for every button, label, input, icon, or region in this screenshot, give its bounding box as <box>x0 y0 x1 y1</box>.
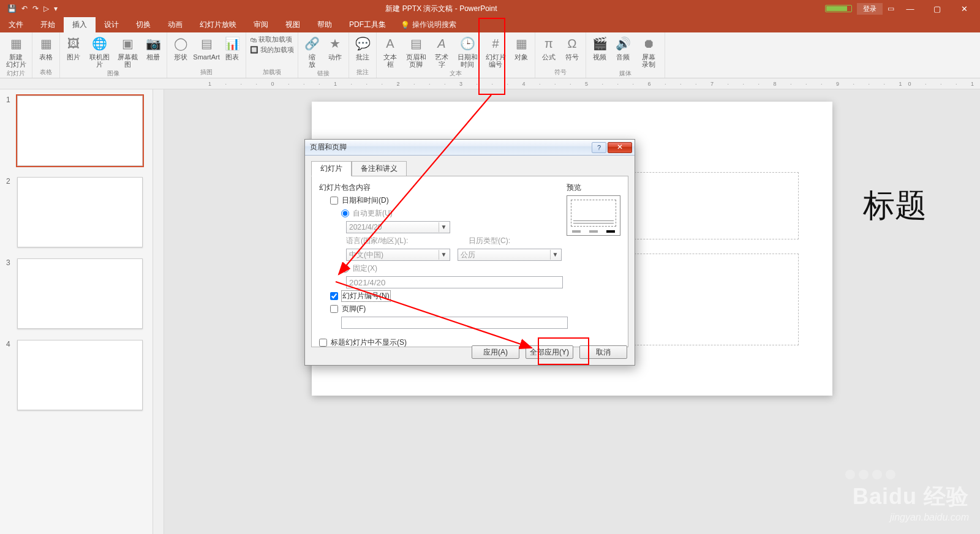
auto-update-label: 自动更新(U) <box>353 208 393 219</box>
object-button[interactable]: ▦对象 <box>511 35 531 61</box>
shapes-button[interactable]: ◯形状 <box>171 35 190 61</box>
fixed-row[interactable]: 固定(X) <box>319 263 620 274</box>
picture-label: 图片 <box>67 53 80 61</box>
tab-file[interactable]: 文件 <box>0 17 32 32</box>
slide-thumb-3[interactable] <box>17 258 143 329</box>
minimize-button[interactable]: ― <box>899 4 921 13</box>
chevron-down-icon: ▼ <box>550 250 560 260</box>
redo-icon[interactable]: ↷ <box>32 4 39 13</box>
not-on-title-checkbox[interactable] <box>319 339 327 347</box>
screenshot-button[interactable]: ▣屏幕截图 <box>115 35 140 68</box>
tab-home[interactable]: 开始 <box>32 17 64 32</box>
header-footer-label: 页眉和页脚 <box>404 53 428 68</box>
symbol-button[interactable]: Ω符号 <box>562 35 582 61</box>
slideshow-from-start-icon[interactable]: ▷ <box>43 4 49 13</box>
tab-help[interactable]: 帮助 <box>309 17 341 32</box>
textbox-button[interactable]: A文本框 <box>380 35 400 68</box>
undo-icon[interactable]: ↶ <box>21 4 28 13</box>
apply-all-button[interactable]: 全部应用(Y) <box>526 345 573 359</box>
slide-number-button[interactable]: #幻灯片 编号 <box>483 35 508 68</box>
album-icon: 📷 <box>144 35 162 52</box>
table-icon: ▦ <box>37 35 55 52</box>
table-button[interactable]: ▦ 表格 <box>36 35 56 61</box>
equation-button[interactable]: π公式 <box>539 35 559 61</box>
dialog-help-button[interactable]: ? <box>592 142 606 153</box>
tab-view[interactable]: 视图 <box>277 17 309 32</box>
group-images-label: 图像 <box>107 68 119 78</box>
maximize-button[interactable]: ▢ <box>926 4 948 13</box>
dialog-tab-slide[interactable]: 幻灯片 <box>311 161 352 176</box>
dialog-titlebar[interactable]: 页眉和页脚 ? ✕ <box>305 140 635 156</box>
video-button[interactable]: 🎬视频 <box>590 35 609 61</box>
album-button[interactable]: 📷相册 <box>143 35 163 61</box>
footer-row[interactable]: 页脚(F) <box>319 304 620 314</box>
tab-design[interactable]: 设计 <box>96 17 127 32</box>
tab-transition[interactable]: 切换 <box>127 17 159 32</box>
slidenum-checkbox[interactable] <box>330 292 338 300</box>
tab-pdf-tools[interactable]: PDF工具集 <box>341 17 394 32</box>
tell-me-search[interactable]: 💡 操作说明搜索 <box>401 20 456 32</box>
group-comments: 💬批注 批注 <box>349 32 377 78</box>
get-addins-button[interactable]: 🛍获取加载项 <box>250 35 294 44</box>
cancel-button[interactable]: 取消 <box>579 345 627 359</box>
action-button[interactable]: ★动作 <box>325 35 345 61</box>
smartart-button[interactable]: ▤SmartArt <box>194 35 219 61</box>
date-format-value: 2021/4/20 <box>349 223 382 231</box>
album-label: 相册 <box>146 53 160 61</box>
tab-review[interactable]: 审阅 <box>245 17 277 32</box>
calendar-combo[interactable]: 公历 ▼ <box>458 249 562 261</box>
group-comments-label: 批注 <box>356 67 369 77</box>
save-icon[interactable]: 💾 <box>7 4 17 13</box>
thumb-num: 4 <box>6 340 12 410</box>
group-text-label: 文本 <box>450 68 462 78</box>
ribbon-display-options-icon[interactable]: ▭ <box>888 4 894 13</box>
tab-insert[interactable]: 插入 <box>64 17 96 32</box>
header-footer-button[interactable]: ▤页眉和页脚 <box>404 35 428 68</box>
date-format-combo[interactable]: 2021/4/20 ▼ <box>346 221 450 233</box>
thumb-row-2[interactable]: 2 <box>6 177 146 247</box>
thumb-row-3[interactable]: 3 <box>6 258 146 329</box>
datetime-checkbox[interactable] <box>330 197 338 205</box>
slide-thumb-4[interactable] <box>17 340 143 410</box>
tab-slideshow[interactable]: 幻灯片放映 <box>191 17 245 32</box>
audio-button[interactable]: 🔊音频 <box>613 35 633 61</box>
wordart-button[interactable]: A艺术字 <box>432 35 451 68</box>
new-slide-button[interactable]: ▦ 新建 幻灯片 <box>4 35 28 68</box>
thumb-row-4[interactable]: 4 <box>6 340 146 410</box>
screen-recording-button[interactable]: ⏺屏幕 录制 <box>636 35 661 68</box>
thumb-row-1[interactable]: 1 <box>6 96 146 166</box>
group-symbols-label: 符号 <box>554 67 567 77</box>
fixed-radio[interactable] <box>341 265 349 273</box>
language-combo[interactable]: 中文(中国) ▼ <box>346 249 450 261</box>
picture-button[interactable]: 🖼图片 <box>64 35 83 61</box>
group-media-label: 媒体 <box>619 68 631 78</box>
slide-thumb-2[interactable] <box>17 177 143 247</box>
group-links: 🔗缩 放 ★动作 链接 <box>298 32 349 78</box>
window-title: 新建 PPTX 演示文稿 - PowerPoint <box>58 4 825 14</box>
comment-button[interactable]: 💬批注 <box>353 35 372 61</box>
fixed-date-input[interactable] <box>346 276 563 288</box>
equation-label: 公式 <box>542 53 556 61</box>
symbol-label: 符号 <box>565 53 579 61</box>
slide-thumbnails-panel[interactable]: 1 2 3 4 <box>0 89 153 534</box>
group-addins: 🛍获取加载项 🔲我的加载项 加载项 <box>246 32 298 78</box>
datetime-button[interactable]: 🕒日期和时间 <box>455 35 480 68</box>
online-picture-button[interactable]: 🌐联机图片 <box>87 35 111 68</box>
online-picture-icon: 🌐 <box>90 35 108 52</box>
login-button[interactable]: 登录 <box>857 3 883 15</box>
auto-update-radio[interactable] <box>341 209 349 217</box>
my-addins-button[interactable]: 🔲我的加载项 <box>250 45 294 55</box>
footer-checkbox[interactable] <box>330 305 338 313</box>
close-window-button[interactable]: ✕ <box>953 4 975 13</box>
dialog-tab-notes[interactable]: 备注和讲义 <box>352 161 407 176</box>
slidenum-row[interactable]: 幻灯片编号(N) <box>319 291 620 301</box>
tab-animation[interactable]: 动画 <box>159 17 191 32</box>
footer-input[interactable] <box>341 317 568 329</box>
zoom-button[interactable]: 🔗缩 放 <box>302 35 322 68</box>
chart-button[interactable]: 📊图表 <box>222 35 242 61</box>
dialog-close-button[interactable]: ✕ <box>608 142 632 153</box>
apply-button[interactable]: 应用(A) <box>472 345 519 359</box>
calendar-label: 日历类型(C): <box>469 236 524 246</box>
slide-thumb-1[interactable] <box>17 96 143 166</box>
qat-more-icon[interactable]: ▾ <box>54 4 58 13</box>
